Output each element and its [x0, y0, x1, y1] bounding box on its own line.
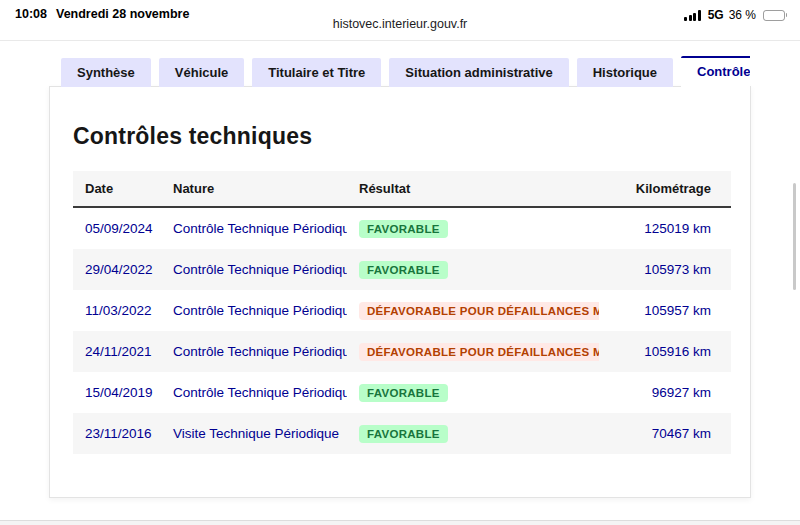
column-header-nature: Nature: [161, 181, 347, 196]
cell-nature: Contrôle Technique Périodique: [161, 385, 347, 400]
cell-nature: Contrôle Technique Périodique: [161, 262, 347, 277]
tab-panel-controles-techniques: Contrôles techniques Date Nature Résulta…: [49, 86, 751, 498]
page-scrollbar[interactable]: [793, 183, 796, 290]
cell-kilometrage: 96927 km: [599, 385, 731, 400]
table-row: 11/03/2022 Contrôle Technique Périodique…: [73, 290, 731, 331]
table-row: 24/11/2021 Contrôle Technique Périodique…: [73, 331, 731, 372]
cell-date: 29/04/2022: [73, 262, 161, 277]
result-badge: DÉFAVORABLE POUR DÉFAILLANCES MAJEURES: [359, 302, 599, 320]
table-row: 29/04/2022 Contrôle Technique Périodique…: [73, 249, 731, 290]
tab-situation-administrative[interactable]: Situation administrative: [389, 58, 568, 87]
table-row: 15/04/2019 Contrôle Technique Périodique…: [73, 372, 731, 413]
cell-kilometrage: 70467 km: [599, 426, 731, 441]
tab-historique[interactable]: Historique: [577, 58, 673, 87]
cell-nature: Contrôle Technique Périodique: [161, 303, 347, 318]
cell-kilometrage: 105973 km: [599, 262, 731, 277]
cell-nature: Contrôle Technique Périodique: [161, 221, 347, 236]
result-badge: FAVORABLE: [359, 425, 448, 443]
battery-icon: [763, 10, 787, 21]
table-body: 05/09/2024 Contrôle Technique Périodique…: [73, 208, 731, 454]
column-header-kilometrage: Kilométrage: [599, 181, 731, 196]
page-title: Contrôles techniques: [73, 123, 312, 150]
column-header-date: Date: [73, 181, 161, 196]
status-bar: 10:08 Vendredi 28 novembre histovec.inte…: [0, 0, 800, 40]
network-type-label: 5G: [708, 8, 724, 22]
column-header-resultat: Résultat: [347, 181, 599, 196]
cell-date: 05/09/2024: [73, 221, 161, 236]
inspections-table: Date Nature Résultat Kilométrage 05/09/2…: [73, 171, 731, 454]
result-badge: FAVORABLE: [359, 220, 448, 238]
bottom-divider: [0, 520, 800, 525]
result-badge: FAVORABLE: [359, 261, 448, 279]
tab-vehicule[interactable]: Véhicule: [159, 58, 244, 87]
signal-bars-icon: [684, 10, 701, 21]
cell-kilometrage: 105957 km: [599, 303, 731, 318]
tab-list: Synthèse Véhicule Titulaire et Titre Sit…: [61, 53, 750, 87]
tab-controles-techniques[interactable]: Contrôles techniques: [681, 56, 750, 87]
cell-date: 11/03/2022: [73, 303, 161, 318]
cell-date: 23/11/2016: [73, 426, 161, 441]
battery-percent-label: 36 %: [729, 8, 756, 22]
address-bar[interactable]: histovec.interieur.gouv.fr: [0, 17, 800, 31]
toolbar-divider: [0, 40, 800, 41]
tab-titulaire-et-titre[interactable]: Titulaire et Titre: [252, 58, 381, 87]
table-row: 23/11/2016 Visite Technique Périodique F…: [73, 413, 731, 454]
cell-kilometrage: 105916 km: [599, 344, 731, 359]
table-row: 05/09/2024 Contrôle Technique Périodique…: [73, 208, 731, 249]
cell-date: 15/04/2019: [73, 385, 161, 400]
cell-kilometrage: 125019 km: [599, 221, 731, 236]
result-badge: FAVORABLE: [359, 384, 448, 402]
tab-synthese[interactable]: Synthèse: [61, 58, 151, 87]
cell-date: 24/11/2021: [73, 344, 161, 359]
cell-nature: Contrôle Technique Périodique: [161, 344, 347, 359]
cell-nature: Visite Technique Périodique: [161, 426, 347, 441]
table-header-row: Date Nature Résultat Kilométrage: [73, 171, 731, 208]
result-badge: DÉFAVORABLE POUR DÉFAILLANCES MAJEURES: [359, 343, 599, 361]
